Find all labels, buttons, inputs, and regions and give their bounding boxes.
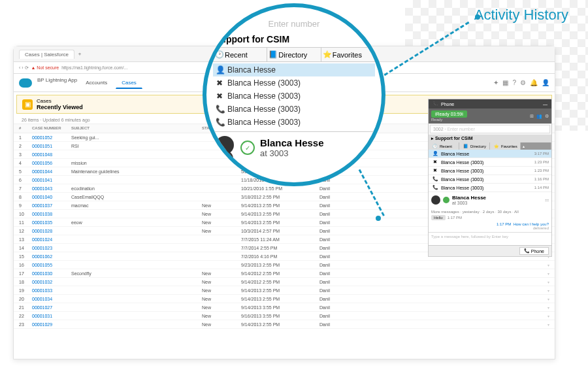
table-row[interactable]: 1800001032New9/14/2012 2:55 PMDanil▾ [14, 278, 555, 286]
mag-dial-placeholder[interactable]: Enter number [213, 19, 375, 29]
phone-header-label: Phone [441, 102, 454, 107]
forward-icon[interactable]: › [22, 65, 23, 70]
mag-activity-row[interactable]: 📞Blanca Hesse (3003) [213, 103, 375, 116]
phone-panel: 📞 Phone — iReady 03:59i Ready ⊞ 👥 ⚙ 3002… [428, 99, 552, 257]
msg-hello: Hello [431, 215, 446, 220]
th-subject[interactable]: SUBJECT [71, 126, 202, 131]
activity-list: 👤Blanca Hesse3:17 PM✖Blanca Hesse (3003)… [429, 150, 551, 192]
browser-tab[interactable]: Cases | Salesforce [19, 50, 74, 59]
ready-badge[interactable]: iReady 03:59i [431, 110, 467, 118]
gear-icon[interactable]: ⚙ [520, 79, 526, 86]
star-icon: ⭐ [323, 50, 331, 59]
book-icon: 📘 [269, 50, 276, 59]
msg-reply-line: 1:17 PM How can I help you? delivered [431, 222, 549, 230]
tab-favorites[interactable]: ⭐Favorites [490, 142, 521, 150]
callout-dot-label [475, 14, 480, 20]
not-secure-label: ▲ Not secure [31, 65, 59, 70]
book-icon: 📘 [461, 144, 469, 148]
settings-icon[interactable]: ⚙ [545, 114, 549, 119]
phone-handset-icon: 📞 [524, 248, 530, 254]
new-tab-icon[interactable]: ＋ [77, 50, 82, 58]
mag-tab-favorites[interactable]: ⭐Favorites [321, 48, 374, 61]
clock-icon: 🕑 [215, 50, 223, 59]
star-icon[interactable]: ✦ [493, 79, 498, 86]
agent-state-bar: iReady 03:59i Ready ⊞ 👥 ⚙ [429, 108, 551, 124]
mag-tab-recent[interactable]: 🕑Recent [214, 48, 267, 61]
cases-object-label: Cases [37, 98, 83, 104]
contact-name: Blanca Hesse [452, 195, 486, 201]
back-icon[interactable]: ‹ [19, 65, 20, 70]
star-icon: ⭐ [492, 144, 500, 148]
contact-menu-icon[interactable]: ⚏ [545, 197, 549, 203]
mag-contact-name: Blanca Hesse [260, 137, 324, 148]
bell-icon[interactable]: 🔔 [530, 79, 538, 86]
help-icon[interactable]: ? [512, 79, 516, 86]
mag-activity-list: 👤Blanca Hesse✖Blanca Hesse (3003)✖Blanca… [213, 63, 375, 129]
contact-card: Blanca Hesse at 3003 ⚏ [429, 192, 551, 208]
activity-row[interactable]: 👤Blanca Hesse3:17 PM [429, 150, 551, 158]
dial-input[interactable]: 3002 · Enter number [430, 125, 550, 133]
support-header: ▸ Support for CSIM [429, 135, 551, 142]
app-name: BP Lightning App [37, 77, 77, 89]
minimize-icon[interactable]: — [543, 102, 547, 107]
avatar-icon [431, 195, 440, 205]
contact-ext: at 3003 [452, 201, 486, 205]
clock-icon: 🕑 [431, 144, 438, 148]
tab-collapse[interactable]: ▴ [521, 142, 551, 150]
activity-row[interactable]: ✖Blanca Hesse (3003)1:23 PM [429, 167, 551, 175]
mag-tabs: 🕑Recent 📘Directory ⭐Favorites [213, 47, 375, 62]
ready-sublabel: Ready [431, 118, 467, 122]
table-row[interactable]: 2100001027New9/14/2013 3:55 PMDanil▾ [14, 303, 555, 312]
callout-label: Activity History [474, 7, 568, 24]
table-row[interactable]: 2000001034New9/14/2013 2:55 PMDanil▾ [14, 295, 555, 303]
table-row[interactable]: 1700001030SecondflyNew9/14/2012 2:55 PMD… [14, 269, 555, 278]
mag-contact-card: ✓ Blanca Hesse at 3003 [213, 131, 375, 163]
contacts-icon[interactable]: 👥 [536, 114, 542, 119]
table-row[interactable]: 2300001029New9/14/2013 2:55 PMDanil▾ [14, 320, 555, 329]
phone-footer: 📞Phone [429, 245, 551, 256]
msg-hello-time: 1:17 PM [448, 216, 462, 220]
mag-activity-row[interactable]: ✖Blanca Hesse (3003) [213, 76, 375, 90]
phone-footer-button[interactable]: 📞Phone [519, 247, 549, 255]
table-row[interactable]: 1900001033New9/14/2013 2:55 PMDanil▾ [14, 286, 555, 295]
message-filter[interactable]: More messages · yesterday · 2 days · 30 … [431, 210, 549, 214]
mag-activity-row[interactable]: 📞Blanca Hesse (3003) [213, 116, 375, 129]
nav-cases[interactable]: Cases [116, 77, 142, 89]
reload-icon[interactable]: ⟳ [25, 65, 29, 71]
header-actions: ✦ ▦ ? ⚙ 🔔 👤 [493, 79, 549, 86]
mag-presence-icon: ✓ [240, 141, 255, 155]
nav-accounts[interactable]: Accounts [80, 77, 113, 89]
mag-activity-row[interactable]: 👤Blanca Hesse [213, 63, 375, 76]
grid-icon[interactable]: ▦ [502, 79, 508, 86]
tab-recent[interactable]: 🕑Recent [429, 142, 459, 150]
mag-activity-row[interactable]: ✖Blanca Hesse (3003) [213, 90, 375, 103]
app-nav: BP Lightning App Accounts Cases [37, 77, 142, 89]
salesforce-logo-icon[interactable] [19, 78, 32, 88]
activity-row[interactable]: 📞Blanca Hesse (3003)1:14 PM [429, 184, 551, 192]
message-area: More messages · yesterday · 2 days · 30 … [429, 208, 551, 232]
activity-row[interactable]: 📞Blanca Hesse (3003)1:16 PM [429, 175, 551, 184]
url-text: https://na1.lightning.force.com/... [61, 65, 127, 70]
mag-contact-ext: at 3003 [260, 148, 324, 158]
activity-row[interactable]: ✖Blanca Hesse (3003)1:23 PM [429, 158, 551, 167]
th-case[interactable]: CASE NUMBER [32, 126, 71, 131]
message-input[interactable]: Type a message here, followed by Enter k… [429, 232, 551, 245]
table-row[interactable]: 16000010559/23/2013 2:55 PMDanil▾ [14, 261, 555, 269]
cases-icon: ▣ [22, 99, 33, 110]
tab-directory[interactable]: 📘Directory [459, 142, 490, 150]
mag-tab-directory[interactable]: 📘Directory [267, 48, 321, 61]
list-view-name[interactable]: Recently Viewed [37, 104, 83, 110]
table-row[interactable]: 2200001031New9/16/2013 3:55 PMDanil▾ [14, 312, 555, 320]
dialpad-icon[interactable]: ⊞ [530, 114, 534, 119]
avatar-icon[interactable]: 👤 [542, 79, 549, 86]
phone-handset-icon: 📞 [433, 101, 438, 107]
phone-panel-header: 📞 Phone — [429, 99, 551, 108]
presence-icon [443, 197, 449, 203]
mag-support-header: Support for CSIM [213, 31, 375, 47]
th-num[interactable]: # [19, 126, 32, 131]
magnifier-lens: Enter number Support for CSIM 🕑Recent 📘D… [203, 3, 385, 186]
activity-tabs: 🕑Recent 📘Directory ⭐Favorites ▴ [429, 142, 551, 150]
callout-dot-target [376, 216, 381, 221]
